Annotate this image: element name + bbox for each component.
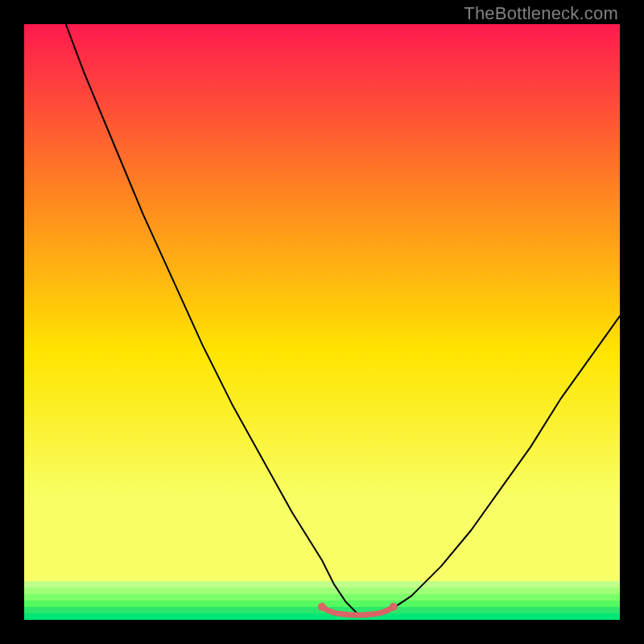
- band-stripe: [24, 613, 620, 620]
- valley-endpoint: [390, 603, 398, 611]
- bottleneck-chart: [24, 24, 620, 620]
- watermark-text: TheBottleneck.com: [464, 3, 618, 24]
- valley-endpoint: [318, 603, 326, 611]
- band-stripe: [24, 581, 620, 588]
- chart-background: [24, 24, 620, 620]
- chart-bottom-band: [24, 581, 620, 620]
- band-stripe: [24, 594, 620, 601]
- band-stripe: [24, 588, 620, 595]
- chart-container: [24, 24, 620, 620]
